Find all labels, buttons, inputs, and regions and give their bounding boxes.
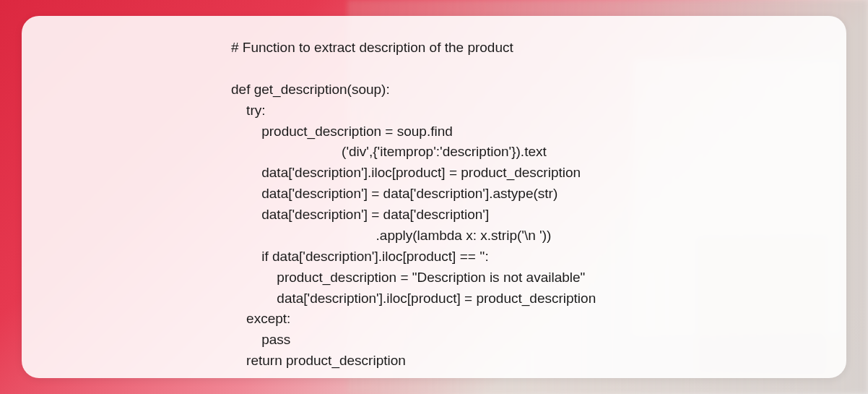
code-line: product_description = soup.find [231, 124, 453, 139]
code-content: # Function to extract description of the… [231, 38, 817, 372]
code-comment: # Function to extract description of the… [231, 40, 513, 55]
code-except: except: [231, 311, 290, 326]
code-card: # Function to extract description of the… [22, 16, 846, 378]
code-line: product_description = "Description is no… [231, 270, 585, 285]
code-line: data['description'] = data['description'… [231, 186, 557, 201]
code-line: ('div',{'itemprop':'description'}).text [231, 144, 547, 159]
code-def: def get_description(soup): [231, 82, 390, 97]
code-line: data['description'].iloc[product] = prod… [231, 165, 581, 180]
code-line: if data['description'].iloc[product] == … [231, 249, 489, 264]
code-line: .apply(lambda x: x.strip('\n ')) [231, 228, 551, 243]
code-return: return product_description [231, 353, 406, 368]
code-try: try: [231, 103, 266, 118]
code-pass: pass [231, 332, 290, 347]
code-line: data['description'] = data['description'… [231, 207, 489, 222]
code-line: data['description'].iloc[product] = prod… [231, 291, 596, 306]
